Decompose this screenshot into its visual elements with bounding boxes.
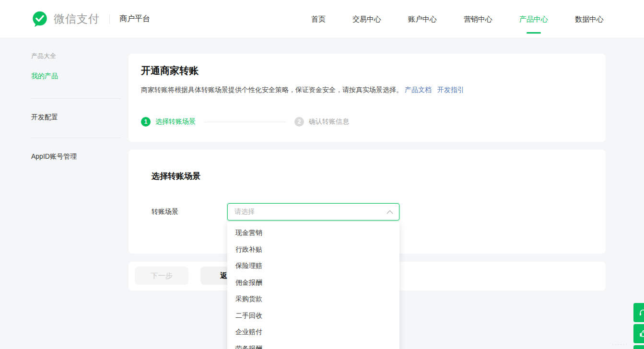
sidebar-item-my-products[interactable]: 我的产品 (31, 72, 58, 81)
feedback-button[interactable] (633, 324, 644, 343)
step-2-label: 确认转账信息 (309, 117, 349, 126)
sidebar: 产品大全 我的产品 开发配置 AppID账号管理 (0, 38, 129, 349)
step-2-confirm-info: 2 确认转账信息 (294, 117, 349, 127)
nav-item-products[interactable]: 产品中心 (518, 12, 549, 27)
floating-action-bar (633, 303, 644, 349)
nav-item-transactions[interactable]: 交易中心 (351, 12, 382, 27)
active-tab-underline (527, 32, 541, 34)
sidebar-divider (31, 138, 121, 138)
chat-button[interactable] (633, 345, 644, 349)
step-1-label: 选择转账场景 (155, 117, 196, 126)
transfer-scene-field-label: 转账场景 (152, 208, 178, 216)
step-connector-line (204, 122, 286, 122)
sidebar-item-dev-config[interactable]: 开发配置 (31, 113, 58, 122)
dropdown-option-compensation[interactable]: 企业赔付 (227, 324, 399, 340)
dropdown-option-cash-marketing[interactable]: 现金营销 (227, 224, 399, 241)
sidebar-item-appid-management[interactable]: AppID账号管理 (31, 152, 77, 161)
nav-item-products-label: 产品中心 (519, 15, 548, 23)
product-docs-link[interactable]: 产品文档 (405, 86, 432, 93)
sidebar-category-products[interactable]: 产品大全 (31, 52, 56, 60)
dropdown-option-secondhand[interactable]: 二手回收 (227, 307, 399, 324)
portal-label: 商户平台 (119, 14, 150, 24)
step-1-select-scene: 1 选择转账场景 (141, 117, 196, 127)
dropdown-option-commission[interactable]: 佣金报酬 (227, 274, 399, 291)
intro-card: 开通商家转账 商家转账将根据具体转账场景提供个性化安全策略，保证资金安全，请按真… (129, 54, 606, 142)
dropdown-option-procurement[interactable]: 采购货款 (227, 291, 399, 307)
dropdown-option-admin-subsidy[interactable]: 行政补贴 (227, 241, 399, 258)
nav-item-data[interactable]: 数据中心 (574, 12, 605, 27)
main-nav: 首页 交易中心 账户中心 营销中心 产品中心 数据中心 (310, 0, 605, 38)
nav-item-home[interactable]: 首页 (310, 12, 327, 27)
progress-steps: 1 选择转账场景 2 确认转账信息 (141, 117, 349, 127)
headset-icon (639, 308, 644, 317)
select-placeholder: 请选择 (234, 208, 386, 216)
sidebar-divider (31, 98, 121, 99)
top-header: 微信支付 商户平台 首页 交易中心 账户中心 营销中心 产品中心 数据中心 (0, 0, 644, 38)
dev-guide-link[interactable]: 开发指引 (437, 86, 464, 93)
brand[interactable]: 微信支付 (31, 10, 100, 28)
next-step-button[interactable]: 下一步 (135, 267, 188, 285)
transfer-scene-select[interactable]: 请选择 (227, 203, 399, 221)
thumbs-up-icon (639, 329, 644, 338)
logo-text: 微信支付 (54, 12, 100, 26)
transfer-scene-dropdown: 现金营销 行政补贴 保险理赔 佣金报酬 采购货款 二手回收 企业赔付 劳务报酬 (227, 221, 399, 349)
customer-service-button[interactable] (633, 303, 644, 322)
page-description: 商家转账将根据具体转账场景提供个性化安全策略，保证资金安全，请按真实场景选择。 … (141, 84, 464, 95)
description-text: 商家转账将根据具体转账场景提供个性化安全策略，保证资金安全，请按真实场景选择。 (141, 86, 403, 93)
wechat-pay-merchant-platform: 微信支付 商户平台 首页 交易中心 账户中心 营销中心 产品中心 数据中心 产品… (0, 0, 644, 349)
form-section-title: 选择转账场景 (152, 171, 200, 182)
dots-decoration: ······ (612, 341, 628, 347)
page-title: 开通商家转账 (141, 64, 199, 77)
brand-divider (109, 14, 110, 24)
nav-item-account[interactable]: 账户中心 (407, 12, 438, 27)
wechat-pay-logo-icon (31, 10, 49, 28)
chevron-up-icon (386, 210, 393, 214)
dropdown-option-labor-pay[interactable]: 劳务报酬 (227, 340, 399, 349)
nav-item-marketing[interactable]: 营销中心 (463, 12, 493, 27)
step-2-number: 2 (294, 117, 304, 127)
step-1-number: 1 (141, 117, 151, 127)
dropdown-option-insurance-claim[interactable]: 保险理赔 (227, 257, 399, 274)
